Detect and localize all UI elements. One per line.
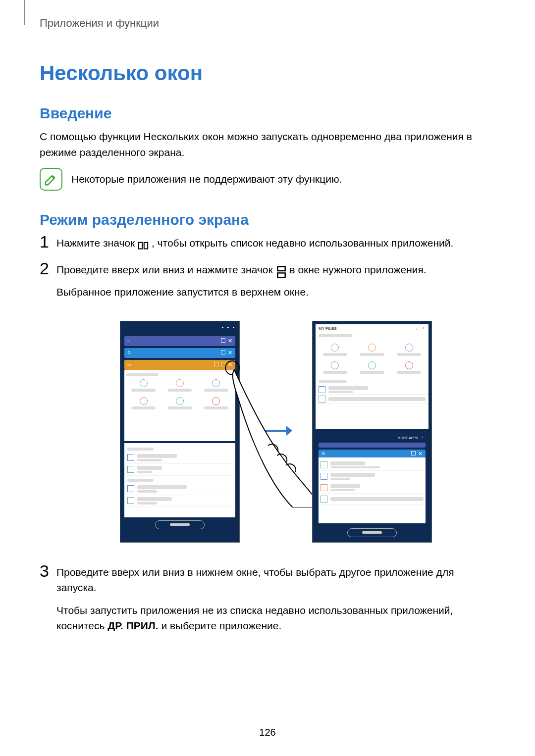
note-text: Некоторые приложения не поддерживают эту… bbox=[71, 173, 342, 185]
step1-text-after: , чтобы открыть список недавно использов… bbox=[152, 237, 454, 249]
breadcrumb: Приложения и функции bbox=[40, 17, 495, 30]
svg-marker-6 bbox=[286, 426, 292, 436]
figure-phone-right: MY FILES ⌕⋮ bbox=[312, 321, 432, 543]
step1-text-before: Нажмите значок bbox=[56, 237, 138, 249]
step3-line2-after: и выберите приложение. bbox=[161, 620, 281, 631]
note-block: Некоторые приложения не поддерживают эту… bbox=[40, 168, 495, 191]
phone2-title: MY FILES bbox=[319, 326, 337, 331]
step-1: Нажмите значок , чтобы открыть список не… bbox=[40, 235, 495, 251]
recents-icon bbox=[138, 239, 149, 249]
page-title: Несколько окон bbox=[40, 61, 495, 85]
step-2: Проведите вверх или вниз и нажмите значо… bbox=[40, 262, 495, 543]
step3-line2-bold: ДР. ПРИЛ. bbox=[107, 620, 158, 631]
section-heading-split: Режим разделенного экрана bbox=[40, 211, 495, 228]
split-screen-icon bbox=[276, 265, 287, 275]
page-number: 126 bbox=[0, 727, 535, 738]
step3-line1: Проведите вверх или вниз в нижнем окне, … bbox=[56, 564, 495, 596]
step2-text-before: Проведите вверх или вниз и нажмите значо… bbox=[56, 264, 276, 275]
svg-rect-0 bbox=[139, 243, 142, 249]
more-apps-label: MORE APPS bbox=[398, 436, 418, 440]
svg-rect-2 bbox=[277, 266, 285, 271]
svg-rect-1 bbox=[144, 243, 148, 249]
section-heading-intro: Введение bbox=[40, 105, 495, 122]
intro-paragraph: С помощью функции Нескольких окон можно … bbox=[40, 129, 495, 160]
step-3: Проведите вверх или вниз в нижнем окне, … bbox=[40, 564, 495, 634]
svg-rect-3 bbox=[277, 273, 285, 277]
step2-line2: Выбранное приложение запустится в верхне… bbox=[56, 284, 495, 300]
step2-text-after: в окне нужного приложения. bbox=[289, 264, 426, 275]
note-icon bbox=[40, 168, 62, 191]
arrow-icon bbox=[260, 425, 292, 439]
figure: ○✕ ⚙✕ ▭✕ bbox=[56, 321, 495, 543]
figure-phone-left: ○✕ ⚙✕ ▭✕ bbox=[120, 321, 240, 543]
